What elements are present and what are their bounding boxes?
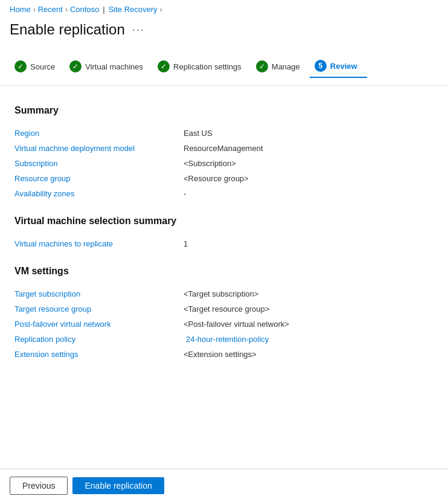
summary-label-region: Region xyxy=(14,129,184,138)
vm-settings-value-network: <Post-failover virtual network> xyxy=(184,320,289,329)
vm-selection-label: Virtual machines to replicate xyxy=(14,239,184,248)
vm-settings-row-target-rg: Target resource group <Target resource g… xyxy=(14,301,434,317)
vm-settings-value-target-rg: <Target resource group> xyxy=(184,304,269,314)
summary-value-region: East US xyxy=(184,129,213,138)
more-options-icon[interactable]: ··· xyxy=(132,24,145,36)
breadcrumb-home[interactable]: Home xyxy=(10,5,31,14)
vm-selection-table: Virtual machines to replicate 1 xyxy=(14,236,434,251)
summary-row-region: Region East US xyxy=(14,126,434,141)
step-rep-label: Replication settings xyxy=(173,62,242,71)
vm-settings-label-extension: Extension settings xyxy=(14,350,184,359)
summary-value-deployment: ResourceManagement xyxy=(184,144,263,153)
summary-table: Region East US Virtual machine deploymen… xyxy=(14,126,434,201)
summary-label-availability: Availability zones xyxy=(14,189,184,198)
vm-settings-label-network: Post-failover virtual network xyxy=(14,320,184,329)
step-review[interactable]: 5 Review xyxy=(310,55,367,78)
vm-settings-label-policy: Replication policy xyxy=(14,335,184,344)
breadcrumb: Home › Recent › Contoso | Site Recovery … xyxy=(0,0,448,19)
summary-row-resource-group: Resource group <Resource group> xyxy=(14,171,434,186)
breadcrumb-site-recovery[interactable]: Site Recovery xyxy=(109,5,158,14)
summary-label-subscription: Subscription xyxy=(14,159,184,168)
vm-settings-row-extension: Extension settings <Extension settings> xyxy=(14,347,434,362)
footer: Previous Enable replication xyxy=(0,469,448,502)
vm-selection-value: 1 xyxy=(184,239,188,248)
summary-row-deployment: Virtual machine deployment model Resourc… xyxy=(14,141,434,156)
breadcrumb-sep-1: › xyxy=(33,5,36,14)
step-virtual-machines[interactable]: ✓ Virtual machines xyxy=(65,56,153,77)
step-manage-check-icon: ✓ xyxy=(256,60,268,72)
summary-label-deployment: Virtual machine deployment model xyxy=(14,144,184,153)
breadcrumb-sep-3: › xyxy=(160,5,162,14)
vm-settings-value-target-sub: <Target subscription> xyxy=(184,289,258,298)
vm-settings-title: VM settings xyxy=(14,266,434,277)
breadcrumb-sep-2: › xyxy=(65,5,68,14)
step-source[interactable]: ✓ Source xyxy=(10,56,65,77)
vm-settings-value-policy[interactable]: 24-hour-retention-policy xyxy=(186,335,269,344)
breadcrumb-pipe: | xyxy=(103,5,104,14)
summary-row-subscription: Subscription <Subscription> xyxy=(14,156,434,171)
summary-title: Summary xyxy=(14,105,434,116)
step-source-check-icon: ✓ xyxy=(14,60,27,72)
step-manage[interactable]: ✓ Manage xyxy=(251,56,310,77)
main-content: Summary Region East US Virtual machine d… xyxy=(0,91,448,386)
vm-settings-row-target-sub: Target subscription <Target subscription… xyxy=(14,286,434,301)
vm-settings-value-extension: <Extension settings> xyxy=(184,350,257,359)
breadcrumb-contoso: Contoso xyxy=(70,5,99,14)
vm-settings-table: Target subscription <Target subscription… xyxy=(14,286,434,362)
previous-button[interactable]: Previous xyxy=(10,477,68,495)
vm-settings-label-target-rg: Target resource group xyxy=(14,304,184,314)
enable-replication-button[interactable]: Enable replication xyxy=(72,477,164,494)
vm-settings-row-policy: Replication policy 24-hour-retention-pol… xyxy=(14,332,434,347)
step-manage-label: Manage xyxy=(272,62,300,71)
breadcrumb-recent[interactable]: Recent xyxy=(38,5,63,14)
summary-value-subscription: <Subscription> xyxy=(184,159,236,168)
step-rep-check-icon: ✓ xyxy=(158,60,170,72)
step-review-number: 5 xyxy=(315,60,327,72)
vm-selection-row: Virtual machines to replicate 1 xyxy=(14,236,434,251)
wizard-steps: ✓ Source ✓ Virtual machines ✓ Replicatio… xyxy=(0,48,448,86)
summary-value-resource-group: <Resource group> xyxy=(184,174,249,183)
vm-settings-label-target-sub: Target subscription xyxy=(14,289,184,298)
summary-label-resource-group: Resource group xyxy=(14,174,184,183)
step-vm-check-icon: ✓ xyxy=(69,60,82,72)
vm-selection-title: Virtual machine selection summary xyxy=(14,216,434,227)
summary-row-availability: Availability zones - xyxy=(14,186,434,201)
page-title: Enable replication xyxy=(10,21,125,38)
vm-settings-row-network: Post-failover virtual network <Post-fail… xyxy=(14,317,434,332)
step-replication-settings[interactable]: ✓ Replication settings xyxy=(153,56,251,77)
step-source-label: Source xyxy=(30,62,55,71)
step-review-label: Review xyxy=(330,62,357,71)
summary-value-availability: - xyxy=(184,189,186,198)
step-vm-label: Virtual machines xyxy=(85,62,143,71)
page-header: Enable replication ··· xyxy=(0,19,448,48)
